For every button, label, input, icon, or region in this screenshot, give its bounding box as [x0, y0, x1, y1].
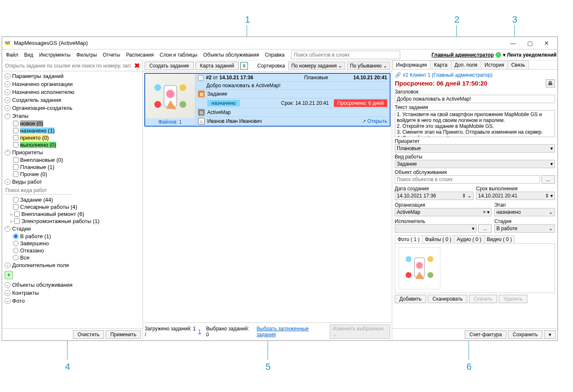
select-loaded-link[interactable]: Выбрать загруженные задания — [257, 326, 327, 337]
sort-by-dropdown[interactable]: По номеру задания ⌄ — [288, 62, 345, 70]
priority-planned[interactable]: Плановые (1) — [2, 164, 143, 171]
chevron-up-icon: ⌃ — [5, 150, 10, 156]
state-finished[interactable]: Завершено — [2, 240, 143, 247]
close-button[interactable]: ✕ — [538, 39, 555, 48]
invoice-button[interactable]: Счет-фактура — [465, 330, 506, 339]
priority-dropdown[interactable]: Плановые▾ — [395, 144, 555, 153]
menu-schedules[interactable]: Расписания — [123, 51, 156, 59]
state-all[interactable]: Все — [2, 254, 143, 261]
media-tab-audio[interactable]: Аудио ( 0 ) — [454, 235, 484, 243]
filter-contracts[interactable]: ⌄Контракты — [2, 289, 143, 297]
maximize-button[interactable]: ▢ — [521, 39, 538, 48]
type-dropdown[interactable]: Задание▾ — [395, 160, 555, 168]
state-rejected[interactable]: Отказано — [2, 247, 143, 254]
org-dropdown[interactable]: ActiveMap× ▾ — [395, 208, 492, 216]
task-checkbox[interactable] — [198, 75, 203, 80]
media-tab-photo[interactable]: Фото ( 1 ) — [395, 235, 422, 243]
filter-work-types[interactable]: ⌄Виды работ — [2, 178, 143, 186]
menu-reports[interactable]: Отчеты — [100, 51, 123, 59]
menu-filters[interactable]: Фильтры — [73, 51, 100, 59]
filter-creator[interactable]: ⌄Создатель задания — [2, 96, 143, 104]
filter-task-params[interactable]: ⌄Параметры заданий — [2, 72, 143, 80]
stage-done[interactable]: выполнено (0) — [2, 141, 143, 148]
photo-thumbnail[interactable] — [398, 247, 440, 289]
minimize-button[interactable]: — — [505, 39, 521, 48]
media-tab-files[interactable]: Файлы ( 0 ) — [422, 235, 454, 243]
state-working[interactable]: В работе (1) — [2, 233, 143, 240]
stage-assigned[interactable]: назначено (1) — [2, 127, 143, 134]
open-task-link[interactable]: ↗ Открыть — [362, 118, 387, 124]
clear-search-icon[interactable]: ✖ — [133, 62, 141, 70]
excel-export-icon[interactable]: X — [240, 62, 248, 70]
sort-dir-dropdown[interactable]: По убыванию ⌄ — [347, 62, 390, 70]
save-dropdown-button[interactable]: ▾ — [544, 330, 556, 339]
executor-dropdown[interactable]: ▾ — [395, 224, 477, 233]
service-browse-button[interactable]: ... — [542, 175, 555, 184]
task-card[interactable]: Файлов: 1 #2 от 14.10.21 17:36 Плановые … — [144, 73, 391, 127]
created-field[interactable]: 14.10.2021 17:36⇕ ⌄ — [395, 192, 474, 200]
task-search-input[interactable] — [3, 62, 133, 70]
filter-photo[interactable]: ⌄Фото — [2, 297, 143, 305]
work-unplanned-repair[interactable]: ▹Внеплановый ремонт (6) — [2, 210, 143, 218]
executor-browse-button[interactable]: ... — [478, 224, 492, 233]
work-plumbing[interactable]: Слесарные работы (4) — [2, 203, 143, 210]
task-map-button[interactable]: Карта заданий — [195, 62, 239, 70]
callout-5: 5 — [266, 361, 271, 372]
chevron-down-icon: ⌄ — [5, 290, 10, 296]
stage-dropdown[interactable]: назначено⌄ — [494, 208, 555, 216]
task-text-field[interactable]: 1. Установите на свой смартфон приложени… — [395, 110, 555, 137]
add-filter-button[interactable]: + — [5, 271, 13, 279]
stage-new[interactable]: новое (0) — [2, 120, 143, 127]
menu-view[interactable]: Вид — [21, 51, 36, 59]
priority-other[interactable]: Прочие (0) — [2, 171, 143, 178]
chevron-down-icon: ⌄ — [5, 262, 10, 268]
clear-filters-button[interactable]: Очистить — [73, 330, 104, 339]
stage-accepted[interactable]: принято (0) — [2, 134, 143, 141]
menu-file[interactable]: Файл — [3, 51, 21, 59]
title-field[interactable] — [395, 95, 555, 103]
app-icon — [5, 40, 11, 47]
tab-history[interactable]: История — [481, 60, 508, 69]
filter-extra-fields[interactable]: ⌄Дополнительные поля — [2, 261, 143, 269]
scan-button[interactable]: Сканировать — [428, 295, 467, 303]
filter-creator-org[interactable]: ⌄Организация-создатель — [2, 104, 143, 112]
apply-filters-button[interactable]: Применить — [106, 330, 141, 339]
tab-link[interactable]: Связь — [508, 60, 529, 69]
work-task[interactable]: Задание (44) — [2, 196, 143, 203]
filter-service-objects[interactable]: ⌄Объекты обслуживания — [2, 281, 143, 289]
filter-assigned-org[interactable]: ⌄Назначено организации — [2, 80, 143, 88]
filter-stages[interactable]: ⌃Этапы — [2, 112, 143, 120]
state-dropdown[interactable]: В работе⌄ — [494, 224, 555, 233]
add-media-button[interactable]: Добавить — [395, 295, 426, 303]
priority-unplanned[interactable]: Внеплановые (0) — [2, 156, 143, 164]
service-search[interactable] — [395, 175, 540, 184]
admin-link[interactable]: Главный администратор — [432, 52, 494, 58]
layer-search-input[interactable] — [291, 51, 400, 59]
media-tab-video[interactable]: Видео ( 0 ) — [484, 235, 515, 243]
filter-states[interactable]: ⌃Стадии — [2, 225, 143, 233]
filter-sidebar: ✖ ⌄Параметры заданий ⌄Назначено организа… — [2, 60, 143, 340]
delete-button[interactable]: Удалить — [499, 295, 527, 303]
create-task-button[interactable]: Создать задание — [145, 62, 194, 70]
filter-priorities[interactable]: ⌃Приоритеты — [2, 148, 143, 156]
menu-help[interactable]: Справка — [262, 51, 287, 59]
notifications-toggle[interactable]: ▾ Лента уведомлений — [503, 52, 557, 58]
total-link[interactable]: 1 — [198, 329, 201, 335]
work-type-search[interactable] — [5, 187, 72, 195]
change-selected-dropdown[interactable]: Изменить выбранные ⌄ — [330, 325, 390, 339]
tab-map[interactable]: Карта — [430, 60, 451, 69]
download-button[interactable]: Скачать — [469, 295, 497, 303]
task-link[interactable]: 🔗#2 Клиент 1 (Главный администратор) — [395, 71, 555, 79]
due-field[interactable]: 14.10.2021 20:41⇕ ▾ — [476, 192, 555, 200]
svg-point-8 — [406, 256, 412, 262]
save-button[interactable]: Сохранить — [508, 330, 542, 339]
menu-tools[interactable]: Инструменты — [36, 51, 73, 59]
menu-layers[interactable]: Слои и таблицы — [156, 51, 200, 59]
tab-info[interactable]: Информация — [392, 60, 430, 69]
print-button[interactable]: 🖶 — [546, 79, 555, 88]
filter-assigned-exec[interactable]: ⌄Назначено исполнителю — [2, 88, 143, 96]
menu-service-objects[interactable]: Объекты обслуживания — [201, 51, 262, 59]
tab-extra[interactable]: Доп. поля — [451, 60, 482, 69]
work-electro[interactable]: ▹Электромонтажные работы (1) — [2, 218, 143, 225]
svg-point-5 — [154, 101, 161, 108]
